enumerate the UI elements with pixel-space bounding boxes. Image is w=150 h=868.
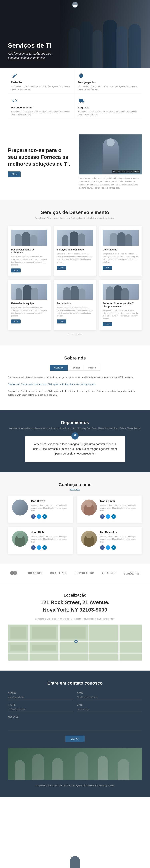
tab-overview[interactable]: Overview bbox=[50, 365, 68, 371]
team-info-2: Jonh Rich Quis arcu vitae lorem inceptos… bbox=[31, 531, 69, 550]
team-desc-2: Quis arcu vitae lorem inceptos adc ut fr… bbox=[31, 535, 69, 544]
contact-input-name[interactable] bbox=[77, 695, 142, 700]
svg-rect-12 bbox=[10, 645, 26, 651]
team-info-0: Bob Brown Quis arcu vitae lorem inceptos… bbox=[31, 499, 69, 519]
service-name-design: Design gráfico bbox=[78, 81, 139, 84]
tab-mission[interactable]: Mission bbox=[84, 365, 100, 371]
testimonials-section: Depoimentos Oferecemos muito além do bás… bbox=[0, 410, 150, 472]
palette-icon bbox=[78, 72, 85, 79]
service-item-dev: Desenvolvimento Sample text. Click to se… bbox=[8, 93, 75, 118]
dev-card-3: Extensão da equipe Sample text. Click to… bbox=[8, 280, 51, 330]
location-address: 121 Rock Street, 21 Avenue, Nova York, N… bbox=[8, 599, 142, 613]
about-banner-btn[interactable]: Mais bbox=[8, 172, 21, 177]
dev-services-title: Serviços de Desenvolvimento bbox=[8, 210, 142, 215]
contact-input-date[interactable] bbox=[77, 707, 142, 712]
testimonial-text: Amet luctus venenatis lectus magna fring… bbox=[31, 442, 119, 456]
img-credit: Imagem de freepik bbox=[8, 334, 142, 336]
twitter-icon-1[interactable]: t bbox=[106, 514, 110, 519]
contact-submit-btn[interactable]: ENVIAR bbox=[65, 736, 85, 742]
contact-label-name: Name bbox=[77, 692, 142, 694]
contact-input-phone[interactable] bbox=[8, 707, 73, 712]
about-banner-title: Preparando-se para o seu sucesso Forneca… bbox=[8, 147, 71, 167]
team-avatar-img-0 bbox=[12, 499, 28, 516]
dev-card-title-2: Consultando bbox=[102, 248, 139, 251]
brand-logo-2: BRAFTIME bbox=[50, 572, 67, 575]
contact-field-date: Date bbox=[77, 704, 142, 712]
team-name-2: Jonh Rich bbox=[31, 531, 69, 534]
contact-input-admin[interactable] bbox=[8, 695, 73, 700]
service-desc-logistica: Sample text. Click to select the text bo… bbox=[78, 110, 139, 116]
brand-logo-1: BRANDIT bbox=[28, 572, 42, 575]
dev-card-desc-3: Sample text. Click to select the text bo… bbox=[11, 307, 48, 317]
facebook-icon-2[interactable]: f bbox=[31, 545, 36, 550]
dev-card-img-4 bbox=[57, 284, 93, 300]
dev-card-2: Consultando Sample text. Click to select… bbox=[99, 226, 142, 276]
dev-card-btn-0[interactable]: Mais bbox=[11, 269, 21, 273]
svg-point-1 bbox=[13, 571, 17, 575]
dev-card-btn-2[interactable]: Mais bbox=[102, 266, 112, 270]
testimonials-title: Depoimentos bbox=[8, 420, 142, 425]
team-card-0: Bob Brown Quis arcu vitae lorem inceptos… bbox=[8, 496, 73, 523]
location-desc: Sample text. Click to select the text bo… bbox=[35, 617, 115, 621]
location-address-line2: Nova York, NY 92103-9000 bbox=[43, 607, 107, 613]
facebook-icon-1[interactable]: f bbox=[100, 514, 104, 519]
dev-card-desc-1: Sample text. Click to select the text bo… bbox=[57, 253, 93, 264]
about-banner-right: Programa mais bem classificado In metus … bbox=[79, 134, 142, 190]
team-name-0: Bob Brown bbox=[31, 499, 69, 502]
team-subtitle-link[interactable]: Saiba mais bbox=[8, 489, 142, 491]
twitter-icon-2[interactable]: t bbox=[37, 545, 41, 550]
linkedin-icon-3[interactable]: in bbox=[111, 545, 116, 550]
location-title: Localização bbox=[8, 593, 142, 597]
dev-card-desc-4: Sample text. Click to select the text bo… bbox=[57, 307, 93, 317]
contact-textarea-message[interactable] bbox=[8, 719, 142, 731]
dev-card-desc-5: Sample text. Click to select the text bo… bbox=[102, 309, 139, 320]
svg-rect-8 bbox=[118, 624, 120, 660]
team-name-3: Nat Reynolds bbox=[100, 531, 138, 534]
dev-services-grid: Desenvolvimento de aplicativos Sample te… bbox=[8, 226, 142, 330]
about-banner-left: Preparando-se para o seu sucesso Forneca… bbox=[8, 147, 71, 177]
facebook-icon-0[interactable]: f bbox=[31, 514, 36, 519]
brands-section: BRANDIT BRAFTIME FUTORARDO CLASSIC SunSh… bbox=[0, 564, 150, 583]
menu-icon[interactable] bbox=[73, 3, 77, 8]
dev-card-desc-2: Sample text. Click to select the text bo… bbox=[102, 253, 139, 264]
brand-logo-5: SunShine bbox=[123, 571, 140, 576]
contact-submit-row: ENVIAR bbox=[8, 736, 142, 742]
svg-rect-11 bbox=[60, 626, 86, 639]
dev-card-btn-1[interactable]: Mais bbox=[57, 266, 66, 270]
services-section: Redação Sample text. Click to select the… bbox=[0, 68, 150, 124]
aboutus-tabs: Overview Founder Mission bbox=[8, 365, 142, 371]
service-desc-design: Sample text. Click to select the text bo… bbox=[78, 85, 139, 91]
tab-founder[interactable]: Founder bbox=[68, 365, 84, 371]
dev-card-title-0: Desenvolvimento de aplicativos bbox=[11, 248, 48, 254]
dev-card-desc-0: Sample text. Click to select the text bo… bbox=[11, 255, 48, 266]
about-banner-desc: In metus sem sed at hendrerit gravida. A… bbox=[79, 177, 142, 190]
dev-card-img-0 bbox=[11, 230, 48, 246]
svg-rect-6 bbox=[58, 624, 60, 660]
team-avatar-img-3 bbox=[81, 531, 97, 547]
linkedin-icon-0[interactable]: in bbox=[42, 514, 47, 519]
team-desc-1: Quis arcu vitae lorem inceptos adc ut fr… bbox=[100, 504, 138, 512]
dev-card-btn-4[interactable]: Mais bbox=[57, 319, 66, 323]
team-info-3: Nat Reynolds Quis arcu vitae lorem incep… bbox=[100, 531, 138, 550]
dev-services-section: Serviços de Desenvolvimento Sample text.… bbox=[0, 199, 150, 345]
facebook-icon-3[interactable]: f bbox=[100, 545, 104, 550]
linkedin-icon-2[interactable]: in bbox=[42, 545, 47, 550]
twitter-icon-0[interactable]: t bbox=[37, 514, 41, 519]
testimonial-card: ❝ Amet luctus venenatis lectus magna fri… bbox=[25, 436, 125, 462]
dev-card-btn-3[interactable]: Mais bbox=[11, 319, 21, 323]
team-avatar-img-1 bbox=[81, 499, 97, 516]
dev-card-0: Desenvolvimento de aplicativos Sample te… bbox=[8, 226, 51, 276]
dev-card-btn-5[interactable]: Mais bbox=[102, 322, 112, 326]
aboutus-section: Sobre nós Overview Founder Mission Brave… bbox=[0, 345, 150, 410]
svg-rect-10 bbox=[32, 626, 56, 639]
location-address-line1: 121 Rock Street, 21 Avenue, bbox=[40, 599, 110, 605]
twitter-icon-3[interactable]: t bbox=[106, 545, 110, 550]
service-desc-dev: Sample text. Click to select the text bo… bbox=[11, 110, 72, 116]
dev-card-img-2 bbox=[102, 230, 139, 246]
linkedin-icon-1[interactable]: in bbox=[111, 514, 116, 519]
hero-subtitle: Nós fornecemos terceirizados para pequen… bbox=[8, 52, 64, 60]
team-avatar-1 bbox=[81, 499, 97, 516]
about-banner-section: Preparando-se para o seu sucesso Forneca… bbox=[0, 124, 150, 199]
dev-card-title-1: Serviços de mobilidade bbox=[57, 248, 93, 251]
team-social-1: f t in bbox=[100, 514, 138, 519]
